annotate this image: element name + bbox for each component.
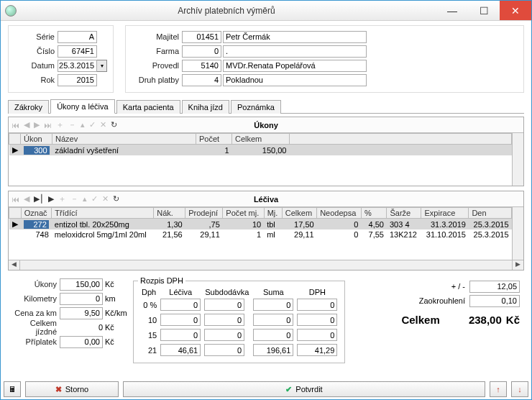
nav2-add-icon[interactable]: ＋: [58, 194, 66, 204]
tab-kniha-jizd[interactable]: Kniha jízd: [182, 100, 229, 114]
storno-button[interactable]: ✖Storno: [25, 381, 119, 397]
nav-edit-icon[interactable]: ▴: [81, 120, 85, 129]
dph-r2-suma[interactable]: 0: [253, 329, 293, 341]
nav2-del-icon[interactable]: －: [70, 194, 78, 204]
dph-r3-dph[interactable]: 41,29: [297, 344, 337, 356]
nav2-edit-icon[interactable]: ▴: [83, 194, 87, 204]
ukony-vscroll[interactable]: [512, 133, 523, 186]
leciva-col-celkem[interactable]: Celkem: [282, 208, 316, 219]
plusminus-value[interactable]: 12,05: [469, 281, 520, 293]
dph-r1-dph[interactable]: 0: [297, 314, 337, 326]
leciva-col-den[interactable]: Den: [469, 208, 512, 219]
nav2-ok-icon[interactable]: ✓: [91, 194, 98, 204]
nav-last-icon[interactable]: ⏭: [44, 121, 52, 129]
potvrdit-label: Potvrdit: [295, 385, 322, 394]
ukony-col-pocet[interactable]: Počet: [196, 134, 232, 145]
dph-col-2: Subdodávka: [203, 288, 250, 296]
nav2-last-icon[interactable]: ▶: [48, 194, 54, 204]
nav-next-icon[interactable]: ▶: [34, 120, 40, 129]
dph-r0-leciva[interactable]: 0: [160, 299, 201, 311]
sum-cenakm-value[interactable]: 9,50: [60, 307, 103, 319]
ukony-col-nazev[interactable]: Název: [52, 134, 196, 145]
nav2-refresh-icon[interactable]: ↻: [113, 194, 119, 204]
dph-r0-suma[interactable]: 0: [253, 299, 293, 311]
leciva-col-pocet[interactable]: Počet mj.: [223, 208, 264, 219]
zaokr-value[interactable]: 0,10: [469, 295, 520, 307]
nav2-next-icon[interactable]: ▶⎮: [34, 194, 44, 204]
leciva-vscroll[interactable]: [512, 207, 523, 260]
cell: 25.3.2015: [469, 229, 512, 240]
potvrdit-button[interactable]: ✔Potvrdit: [123, 381, 485, 397]
farma-text[interactable]: .: [223, 45, 367, 58]
platba-text[interactable]: Pokladnou: [223, 74, 367, 86]
tab-karta-pacienta[interactable]: Karta pacienta: [116, 100, 180, 114]
leciva-row[interactable]: ▶ 272 entizol tbl. 20x250mg 1,30 ,75 10 …: [9, 219, 512, 230]
ukony-col-ukon[interactable]: Úkon: [21, 134, 52, 145]
provedl-code[interactable]: 5140: [182, 60, 221, 72]
sum-km-value[interactable]: 0: [60, 293, 103, 305]
nav2-prev-icon[interactable]: ◀: [24, 194, 29, 204]
majitel-text[interactable]: Petr Čermák: [223, 31, 367, 43]
tab-ukony-leciva[interactable]: Úkony a léčiva: [50, 99, 115, 114]
leciva-col-prod[interactable]: Prodejní: [185, 208, 223, 219]
datum-dropdown[interactable]: ▾: [97, 60, 107, 72]
dph-r2-dph[interactable]: 0: [297, 329, 337, 341]
provedl-text[interactable]: MVDr.Renata Popelářová: [223, 60, 367, 72]
nav-del-icon[interactable]: －: [68, 119, 76, 130]
dph-r0-sub[interactable]: 0: [204, 299, 244, 311]
serie-value[interactable]: A: [58, 31, 97, 43]
close-button[interactable]: ✕: [500, 1, 531, 20]
sum-priplatek-value[interactable]: 0,00: [60, 336, 103, 348]
majitel-code[interactable]: 01451: [182, 31, 221, 43]
leciva-hscroll[interactable]: ◀▶: [9, 260, 523, 270]
dph-r2-sub[interactable]: 0: [204, 329, 244, 341]
leciva-col-trid[interactable]: Třídící: [52, 208, 154, 219]
dph-r1-suma[interactable]: 0: [253, 314, 293, 326]
leciva-col-oznac[interactable]: Označ: [21, 208, 52, 219]
calc-button[interactable]: 🖩: [4, 381, 21, 397]
ukony-col-celkem[interactable]: Celkem: [232, 134, 290, 145]
datum-value[interactable]: 25.3.2015: [58, 60, 97, 72]
sum-ukony-value[interactable]: 150,00: [60, 278, 103, 291]
minimize-button[interactable]: —: [436, 1, 468, 20]
tab-poznamka[interactable]: Poznámka: [231, 100, 281, 114]
arrow-up-button[interactable]: ↑: [490, 381, 507, 397]
cell: 31.10.2015: [421, 229, 469, 240]
dph-r2-leciva[interactable]: 0: [160, 329, 201, 341]
dph-r1-leciva[interactable]: 0: [160, 314, 201, 326]
cislo-value[interactable]: 674F1: [58, 45, 97, 58]
dph-r0-dph[interactable]: 0: [297, 299, 337, 311]
dph-r3-sub[interactable]: 0: [204, 344, 244, 356]
dph-r3-suma[interactable]: 196,61: [253, 344, 293, 356]
farma-code[interactable]: 0: [182, 45, 221, 58]
maximize-button[interactable]: ☐: [468, 1, 500, 20]
nav-prev-icon[interactable]: ◀: [24, 120, 29, 129]
leciva-col-exp[interactable]: Expirace: [421, 208, 469, 219]
rok-value[interactable]: 2015: [58, 74, 97, 86]
nav2-first-icon[interactable]: ⏮: [12, 195, 19, 204]
tab-zakroky[interactable]: Zákroky: [8, 100, 49, 114]
cell: 0: [317, 219, 362, 230]
nav-refresh-icon[interactable]: ↻: [111, 120, 117, 129]
leciva-row[interactable]: 748 meloxidcrol 5mg/1ml 20ml 21,56 29,11…: [9, 229, 512, 240]
leciva-col-pct[interactable]: %: [361, 208, 387, 219]
arrow-down-button[interactable]: ↓: [511, 381, 528, 397]
leciva-col-sarze[interactable]: Šarže: [387, 208, 421, 219]
ukony-row[interactable]: ▶ 300 základní vyšetření 1 150,00: [9, 145, 512, 156]
nav-ok-icon[interactable]: ✓: [89, 120, 96, 129]
dph-r3-leciva[interactable]: 46,61: [160, 344, 201, 356]
dph-r1-sub[interactable]: 0: [204, 314, 244, 326]
platba-code[interactable]: 4: [182, 74, 221, 86]
leciva-col-nak[interactable]: Nák.: [154, 208, 185, 219]
sum-ukony-label: Úkony: [8, 280, 60, 288]
nav-add-icon[interactable]: ＋: [56, 119, 64, 130]
nav2-cancel-icon[interactable]: ✕: [102, 194, 109, 204]
storno-label: Storno: [65, 385, 88, 394]
leciva-col-neod[interactable]: Neodepsa: [317, 208, 362, 219]
nav-cancel-icon[interactable]: ✕: [100, 120, 106, 129]
leciva-col-mj[interactable]: Mj.: [264, 208, 282, 219]
right-info-panel: Majitel01451Petr Čermák Farma0. Provedl5…: [125, 25, 524, 93]
dph-col-0: Dph: [140, 288, 157, 296]
nav-first-icon[interactable]: ⏮: [12, 121, 19, 129]
left-info-panel: SérieA Číslo674F1 Datum25.3.2015▾ Rok201…: [8, 25, 114, 93]
